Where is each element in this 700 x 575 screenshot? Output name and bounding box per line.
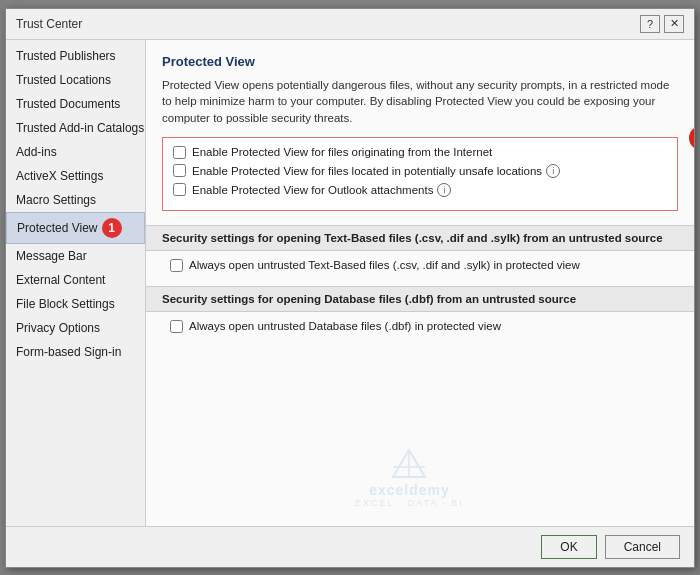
outlook-checkbox[interactable] <box>173 183 186 196</box>
outlook-checkbox-row: Enable Protected View for Outlook attach… <box>173 183 667 197</box>
sidebar-item-trusted-locations[interactable]: Trusted Locations <box>6 68 145 92</box>
protected-view-checkboxes: Enable Protected View for files originat… <box>162 137 678 211</box>
watermark-name: exceldemy <box>355 482 464 498</box>
protected-view-title: Protected View <box>162 54 678 69</box>
sidebar-item-trusted-add-in-catalogs[interactable]: Trusted Add-in Catalogs <box>6 116 145 140</box>
trust-center-dialog: Trust Center ? ✕ Trusted Publishers Trus… <box>5 8 695 568</box>
internet-checkbox-label: Enable Protected View for files originat… <box>192 146 492 158</box>
badge-2: 2 <box>689 126 694 150</box>
sidebar-item-protected-view[interactable]: Protected View 1 <box>6 212 145 244</box>
watermark-tagline: EXCEL · DATA · BI <box>355 498 464 508</box>
sidebar-item-trusted-publishers[interactable]: Trusted Publishers <box>6 44 145 68</box>
title-bar-buttons: ? ✕ <box>640 15 684 33</box>
close-button[interactable]: ✕ <box>664 15 684 33</box>
sidebar: Trusted Publishers Trusted Locations Tru… <box>6 40 146 526</box>
unsafe-locations-checkbox-row: Enable Protected View for files located … <box>173 164 667 178</box>
internet-checkbox-row: Enable Protected View for files originat… <box>173 146 667 159</box>
sidebar-item-external-content[interactable]: External Content <box>6 268 145 292</box>
dialog-footer: OK Cancel <box>6 526 694 567</box>
dialog-body: Trusted Publishers Trusted Locations Tru… <box>6 40 694 526</box>
unsafe-locations-checkbox[interactable] <box>173 164 186 177</box>
sidebar-item-file-block-settings[interactable]: File Block Settings <box>6 292 145 316</box>
sidebar-item-activex-settings[interactable]: ActiveX Settings <box>6 164 145 188</box>
db-files-checkbox[interactable] <box>170 320 183 333</box>
db-checkbox-section: Always open untrusted Database files (.d… <box>162 320 678 333</box>
ok-button[interactable]: OK <box>541 535 596 559</box>
main-content: Protected View Protected View opens pote… <box>146 40 694 526</box>
db-section-header: Security settings for opening Database f… <box>146 286 694 312</box>
dialog-title: Trust Center <box>16 17 82 31</box>
sidebar-item-message-bar[interactable]: Message Bar <box>6 244 145 268</box>
sidebar-item-form-based-signin[interactable]: Form-based Sign-in <box>6 340 145 364</box>
svg-marker-0 <box>393 450 425 477</box>
watermark-logo <box>355 447 464 482</box>
outlook-checkbox-label: Enable Protected View for Outlook attach… <box>192 184 433 196</box>
badge-1: 1 <box>102 218 122 238</box>
sidebar-item-privacy-options[interactable]: Privacy Options <box>6 316 145 340</box>
sidebar-item-add-ins[interactable]: Add-ins <box>6 140 145 164</box>
unsafe-locations-info-icon[interactable]: i <box>546 164 560 178</box>
db-files-checkbox-label: Always open untrusted Database files (.d… <box>189 320 501 332</box>
db-checkbox-row: Always open untrusted Database files (.d… <box>170 320 678 333</box>
help-button[interactable]: ? <box>640 15 660 33</box>
unsafe-locations-checkbox-label: Enable Protected View for files located … <box>192 165 542 177</box>
text-checkbox-row: Always open untrusted Text-Based files (… <box>170 259 678 272</box>
text-section-header: Security settings for opening Text-Based… <box>146 225 694 251</box>
title-bar: Trust Center ? ✕ <box>6 9 694 40</box>
cancel-button[interactable]: Cancel <box>605 535 680 559</box>
text-checkbox-section: Always open untrusted Text-Based files (… <box>162 259 678 272</box>
watermark: exceldemy EXCEL · DATA · BI <box>355 447 464 508</box>
protected-view-description: Protected View opens potentially dangero… <box>162 77 678 127</box>
text-files-checkbox[interactable] <box>170 259 183 272</box>
text-files-checkbox-label: Always open untrusted Text-Based files (… <box>189 259 580 271</box>
internet-checkbox[interactable] <box>173 146 186 159</box>
sidebar-item-trusted-documents[interactable]: Trusted Documents <box>6 92 145 116</box>
watermark-icon <box>389 447 429 482</box>
sidebar-item-macro-settings[interactable]: Macro Settings <box>6 188 145 212</box>
outlook-info-icon[interactable]: i <box>437 183 451 197</box>
